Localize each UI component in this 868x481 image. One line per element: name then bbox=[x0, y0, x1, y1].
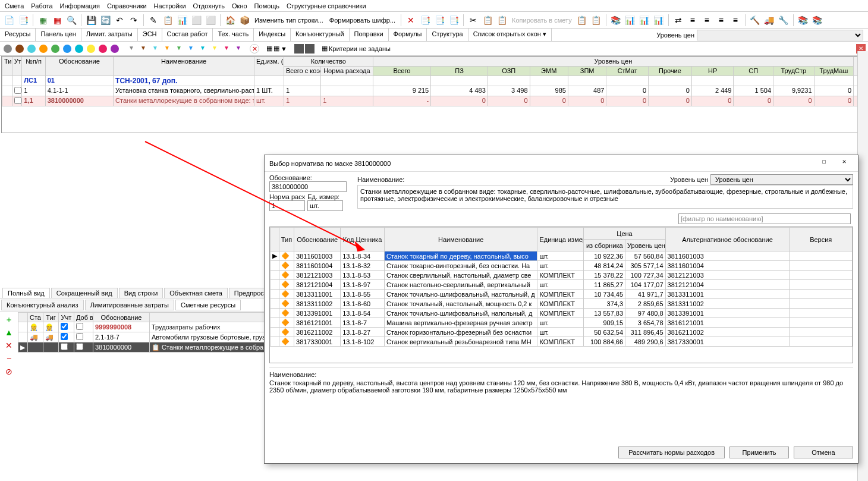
tb-icon-d[interactable]: ⬜ bbox=[190, 14, 203, 27]
tb-icon-n[interactable]: 📊 bbox=[638, 14, 651, 27]
dlg-row[interactable]: ▶🔶381160100313.1-8-34Станок токарный по … bbox=[271, 251, 853, 261]
res-stop-icon[interactable]: ⊘ bbox=[4, 367, 14, 378]
filter-funnel[interactable]: ▼ bbox=[210, 45, 219, 53]
tb-icon-l[interactable]: 📋 bbox=[590, 14, 603, 27]
viewtab-full[interactable]: Полный вид bbox=[2, 288, 50, 298]
tb-icon-del[interactable]: ✕ bbox=[404, 14, 417, 27]
tb-icon-s[interactable]: ≡ bbox=[715, 14, 728, 27]
dlg-row[interactable]: 🔶381331100213.1-8-60Станок точильный, на… bbox=[271, 299, 853, 309]
menu-window[interactable]: Окно bbox=[232, 2, 247, 10]
tb-icon-b[interactable]: 📋 bbox=[161, 14, 174, 27]
tb-icon-refresh[interactable]: 🔄 bbox=[99, 14, 112, 27]
hdr-pz[interactable]: ПЗ bbox=[431, 67, 488, 76]
res-up-icon[interactable]: ▲ bbox=[4, 328, 14, 338]
hdr-ti[interactable]: Ти bbox=[2, 57, 12, 76]
dlg-norma-input[interactable] bbox=[269, 200, 305, 211]
hdr-stmat[interactable]: СтМат bbox=[606, 67, 649, 76]
tb-icon-save[interactable]: 💾 bbox=[84, 14, 98, 27]
main-grid[interactable]: Ти Ут №п/п Обоснование Наименование Ед.и… bbox=[1, 56, 867, 133]
filter-funnel[interactable]: ▼ bbox=[127, 45, 136, 53]
dlg-apply-button[interactable]: Применить bbox=[729, 447, 789, 458]
reshdr-ucht[interactable]: Учт bbox=[59, 313, 74, 322]
dlghdr-tip[interactable]: Тип bbox=[279, 228, 294, 251]
view-icon-1[interactable]: ▦ bbox=[266, 45, 272, 52]
tb-icon-h[interactable]: 📑 bbox=[419, 14, 432, 27]
viewtab-row[interactable]: Вид строки bbox=[119, 288, 163, 298]
hdr-emm[interactable]: ЭММ bbox=[530, 67, 568, 76]
hdr-trudstr[interactable]: ТрудСтр bbox=[773, 67, 814, 76]
dlghdr-iz[interactable]: из сборника bbox=[584, 240, 625, 251]
hdr-qty[interactable]: Количество bbox=[284, 57, 373, 67]
hdr-norma[interactable]: Норма расхода bbox=[321, 67, 373, 76]
color-circle[interactable] bbox=[27, 45, 36, 53]
dlg-cancel-button[interactable]: Отмена bbox=[794, 447, 853, 458]
tab-limit[interactable]: Лимит. затраты bbox=[81, 29, 138, 41]
filter-funnel[interactable]: ▼ bbox=[175, 45, 183, 53]
tb-icon-excel[interactable]: ▦ bbox=[36, 14, 49, 27]
hdr-uroven[interactable]: Уровень цен bbox=[373, 57, 854, 67]
menu-sprav[interactable]: Справочники bbox=[107, 2, 147, 10]
tab-resources[interactable]: Ресурсы bbox=[0, 29, 36, 41]
color-circle[interactable] bbox=[4, 45, 12, 53]
filter-funnel[interactable]: ▼ bbox=[199, 45, 207, 53]
reshdr-dob[interactable]: Доб в це bbox=[74, 313, 93, 322]
dlg-row[interactable]: 🔶381160100413.1-8-32Станок токарно-винто… bbox=[271, 261, 853, 271]
tb-icon-o[interactable]: 📊 bbox=[652, 14, 665, 27]
tb-icon-cut[interactable]: ✂ bbox=[467, 14, 480, 27]
menu-info[interactable]: Информация bbox=[60, 2, 100, 10]
hdr-zpm[interactable]: ЗПМ bbox=[568, 67, 606, 76]
tb-icon-c[interactable]: 📊 bbox=[175, 14, 188, 27]
reshdr-tig[interactable]: Тиг bbox=[43, 313, 59, 322]
tab-esn[interactable]: ЭСН bbox=[138, 29, 162, 41]
filter-funnel[interactable]: ▼ bbox=[222, 45, 231, 53]
tb-icon-x[interactable]: 📚 bbox=[797, 14, 810, 27]
hdr-sp[interactable]: СП bbox=[734, 67, 773, 76]
menu-smeta[interactable]: Смета bbox=[5, 2, 24, 10]
tb-icon-g[interactable]: 📦 bbox=[238, 14, 251, 27]
dark-icon-1[interactable] bbox=[294, 44, 304, 54]
filter-funnel[interactable]: ▼ bbox=[187, 45, 195, 53]
dialog-maximize-button[interactable]: ☐ bbox=[815, 158, 833, 169]
side-panel[interactable] bbox=[857, 51, 868, 481]
reshdr-osn[interactable]: Обоснование bbox=[93, 313, 150, 322]
level-dropdown[interactable] bbox=[697, 30, 863, 40]
tb-copy-to-smeta[interactable]: Копировать в смету bbox=[510, 17, 574, 24]
filter-funnel[interactable]: ▼ bbox=[139, 45, 147, 53]
tb-icon-copy[interactable]: 📋 bbox=[481, 14, 494, 27]
reshdr-sta[interactable]: Ста bbox=[28, 313, 43, 322]
viewtab-short[interactable]: Сокращенный вид bbox=[51, 288, 118, 298]
dlg-ed-input[interactable] bbox=[307, 200, 343, 211]
tb-icon-t[interactable]: ≡ bbox=[729, 14, 742, 27]
tb-form-shifr[interactable]: Формировать шифр... bbox=[327, 17, 398, 24]
hdr-vsego[interactable]: Всего bbox=[373, 67, 431, 76]
menu-settings[interactable]: Настройки bbox=[154, 2, 186, 10]
view-icon-2[interactable]: ▦ bbox=[273, 45, 279, 52]
tb-icon-q[interactable]: ≡ bbox=[686, 14, 699, 27]
dialog-close-button[interactable]: ✕ bbox=[835, 158, 853, 169]
tab-tech[interactable]: Тех. часть bbox=[213, 29, 254, 41]
color-circle[interactable] bbox=[75, 45, 83, 53]
dlg-row[interactable]: 🔶381331100113.1-8-55Станок точильно-шлиф… bbox=[271, 290, 853, 299]
tab-struct[interactable]: Структура bbox=[427, 29, 468, 41]
res-minus-icon[interactable]: − bbox=[4, 354, 14, 364]
hdr-ed[interactable]: Ед.изм. (краткая) bbox=[254, 57, 284, 76]
tb-icon-m[interactable]: 📊 bbox=[624, 14, 637, 27]
tab-konjunktur[interactable]: Конъюнктурный bbox=[291, 29, 350, 41]
color-circle[interactable] bbox=[51, 45, 59, 53]
filter-funnel[interactable]: ▼ bbox=[151, 45, 159, 53]
tb-change-type[interactable]: Изменить тип строки... bbox=[252, 17, 326, 24]
tab-sostav[interactable]: Состав работ bbox=[162, 29, 213, 41]
tb-icon-y[interactable]: 📚 bbox=[811, 14, 824, 27]
hdr-trudmash[interactable]: ТрудМаш bbox=[814, 67, 854, 76]
res-del-icon[interactable]: ✕ bbox=[4, 341, 14, 351]
tb-icon-pdf[interactable]: ▦ bbox=[51, 14, 64, 27]
hdr-ut[interactable]: Ут bbox=[12, 57, 22, 76]
menu-help[interactable]: Помощь bbox=[254, 2, 280, 10]
tab-windows[interactable]: Список открытых окон ▾ bbox=[468, 29, 552, 41]
tb-icon-redo[interactable]: ↷ bbox=[127, 14, 140, 27]
tb-icon-e[interactable]: ⬜ bbox=[204, 14, 217, 27]
tb-icon-book[interactable]: 📚 bbox=[609, 14, 622, 27]
color-circle[interactable] bbox=[99, 45, 107, 53]
dlg-row[interactable]: 🔶381733000113.1-8-102Станок вертикальный… bbox=[271, 337, 853, 347]
tb-icon-undo[interactable]: ↶ bbox=[113, 14, 126, 27]
